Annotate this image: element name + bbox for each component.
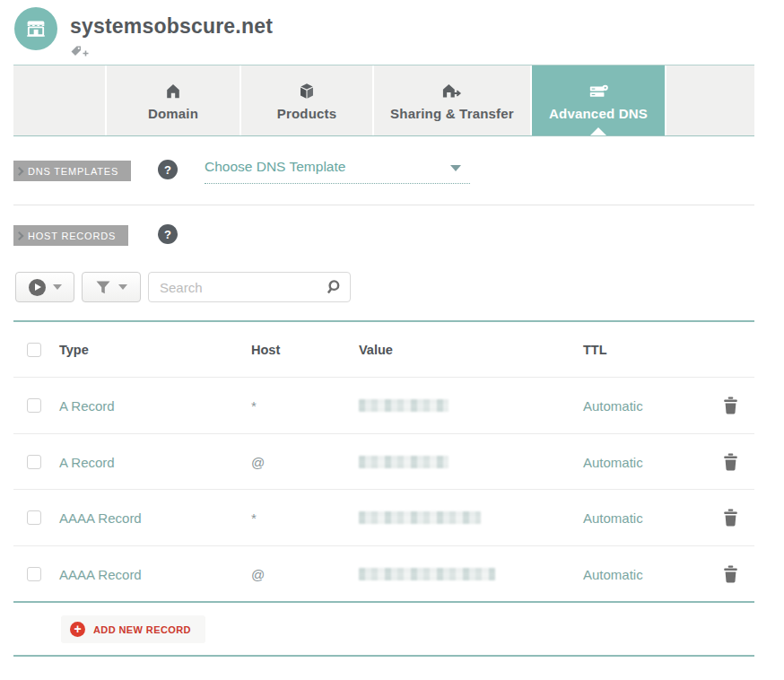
add-new-record-label: ADD NEW RECORD [93,624,191,635]
host-records-badge: HOST RECORDS [13,225,128,246]
tab-label: Advanced DNS [549,106,648,121]
dns-templates-label: DNS TEMPLATES [28,166,118,177]
tag-plus-icon[interactable] [70,45,90,59]
record-value-redacted[interactable] [359,399,449,412]
table-row: A Record @ Automatic [13,433,754,489]
play-circle-icon [29,279,46,296]
dns-template-dropdown-value: Choose DNS Template [205,159,345,174]
tab-sharing-transfer[interactable]: Sharing & Transfer [374,65,530,135]
table-header-row: Type Host Value TTL [13,322,754,377]
trash-icon[interactable] [723,565,738,583]
table-row: AAAA Record * Automatic [13,489,754,545]
tab-products[interactable]: Products [241,65,372,135]
domain-advanced-dns-page: systemsobscure.net Domain [0,0,784,680]
row-checkbox[interactable] [27,567,41,581]
filter-button[interactable] [82,272,141,302]
server-gear-icon [587,80,610,101]
record-type[interactable]: AAAA Record [59,566,142,581]
row-checkbox[interactable] [27,455,41,469]
record-value-redacted[interactable] [359,568,495,580]
table-row: AAAA Record @ Automatic [13,545,754,601]
section-divider [13,205,754,205]
record-ttl[interactable]: Automatic [583,566,643,581]
dns-templates-badge: DNS TEMPLATES [13,161,131,181]
record-ttl[interactable]: Automatic [583,454,643,469]
filter-funnel-icon [95,280,111,295]
table-row: A Record * Automatic [13,377,754,433]
host-records-label: HOST RECORDS [28,231,116,241]
dns-template-dropdown[interactable]: Choose DNS Template [205,159,470,184]
bulk-actions-button[interactable] [15,272,74,302]
chevron-right-icon [15,167,24,176]
row-checkbox[interactable] [27,510,41,525]
search-input[interactable] [160,273,312,301]
caret-down-icon [118,284,127,290]
house-arrow-icon [440,80,464,101]
footer-rule [13,655,754,657]
tab-label: Sharing & Transfer [390,106,514,121]
record-host[interactable]: * [251,510,257,526]
host-records-help-icon[interactable]: ? [158,224,178,244]
record-value-redacted[interactable] [359,511,481,524]
column-header-type: Type [59,343,89,357]
box-icon [297,80,317,101]
add-new-record-button[interactable]: + ADD NEW RECORD [61,615,205,643]
plus-circle-icon: + [70,622,85,637]
search-box [148,272,351,302]
row-checkbox[interactable] [27,398,41,413]
tab-spacer-right [666,65,754,135]
tab-label: Domain [148,106,198,121]
record-host[interactable]: @ [251,566,265,581]
record-value-redacted[interactable] [359,456,449,468]
table-bottom-rule [13,601,754,603]
record-type[interactable]: A Record [59,398,115,414]
column-header-value: Value [359,343,393,357]
tab-label: Products [277,106,337,121]
house-icon [163,80,183,101]
tab-advanced-dns[interactable]: Advanced DNS [532,65,665,135]
trash-icon[interactable] [723,509,738,527]
dns-templates-help-icon[interactable]: ? [158,160,178,179]
domain-tabs: Domain Products Sharing & Transfer [13,65,754,136]
storefront-icon [23,16,48,41]
record-ttl[interactable]: Automatic [583,398,643,414]
page-title: systemsobscure.net [70,14,273,39]
column-header-ttl: TTL [583,343,607,357]
chevron-right-icon [15,231,24,240]
record-host[interactable]: @ [251,454,265,469]
tab-domain[interactable]: Domain [107,65,240,135]
search-icon[interactable] [324,279,341,296]
caret-down-icon [53,284,62,290]
trash-icon[interactable] [723,453,738,471]
record-type[interactable]: AAAA Record [59,510,142,526]
domain-avatar [14,7,57,50]
tab-spacer-left [13,65,105,135]
column-header-host: Host [251,343,280,357]
record-host[interactable]: * [251,398,257,414]
trash-icon[interactable] [723,397,738,414]
caret-down-icon [450,165,461,171]
record-ttl[interactable]: Automatic [583,510,643,526]
select-all-checkbox[interactable] [27,343,41,357]
record-type[interactable]: A Record [59,454,115,469]
